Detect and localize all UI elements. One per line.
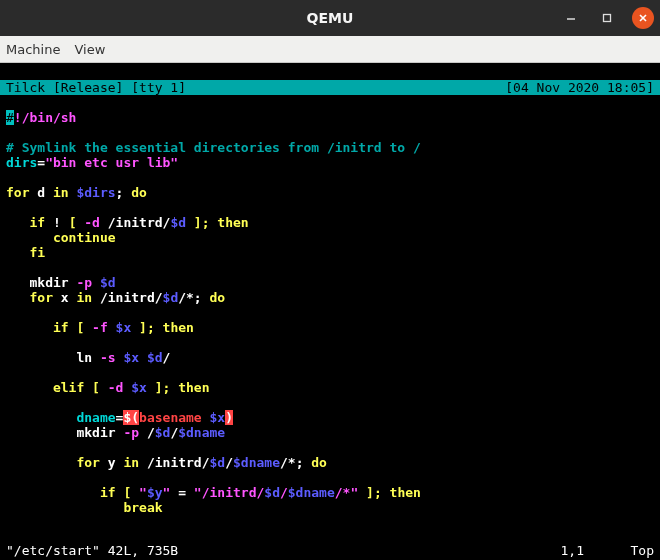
terminal[interactable]: Tilck [Release] [tty 1][04 Nov 2020 18:0… bbox=[0, 63, 660, 560]
window-controls bbox=[560, 7, 654, 29]
close-button[interactable] bbox=[632, 7, 654, 29]
maximize-button[interactable] bbox=[596, 7, 618, 29]
window-title: QEMU bbox=[307, 10, 354, 26]
status-right: [04 Nov 2020 18:05] bbox=[505, 80, 654, 95]
comment-line: # Symlink the essential directories from… bbox=[6, 140, 421, 155]
svg-rect-1 bbox=[604, 15, 611, 22]
status-left: Tilck [Release] [tty 1] bbox=[6, 80, 186, 95]
code-area: #!/bin/sh # Symlink the essential direct… bbox=[6, 110, 654, 515]
menubar: Machine View bbox=[0, 36, 660, 63]
titlebar: QEMU bbox=[0, 0, 660, 36]
menu-view[interactable]: View bbox=[74, 42, 105, 57]
vim-statusbar: Tilck [Release] [tty 1][04 Nov 2020 18:0… bbox=[0, 80, 660, 95]
menu-machine[interactable]: Machine bbox=[6, 42, 60, 57]
cursor: # bbox=[6, 110, 14, 125]
minimize-button[interactable] bbox=[560, 7, 582, 29]
footer-scroll: Top bbox=[584, 543, 654, 558]
footer-file: "/etc/start" 42L, 735B bbox=[6, 543, 504, 558]
vim-footer: "/etc/start" 42L, 735B 1,1 Top bbox=[6, 543, 654, 558]
shebang: !/bin/sh bbox=[14, 110, 77, 125]
footer-pos: 1,1 bbox=[504, 543, 584, 558]
